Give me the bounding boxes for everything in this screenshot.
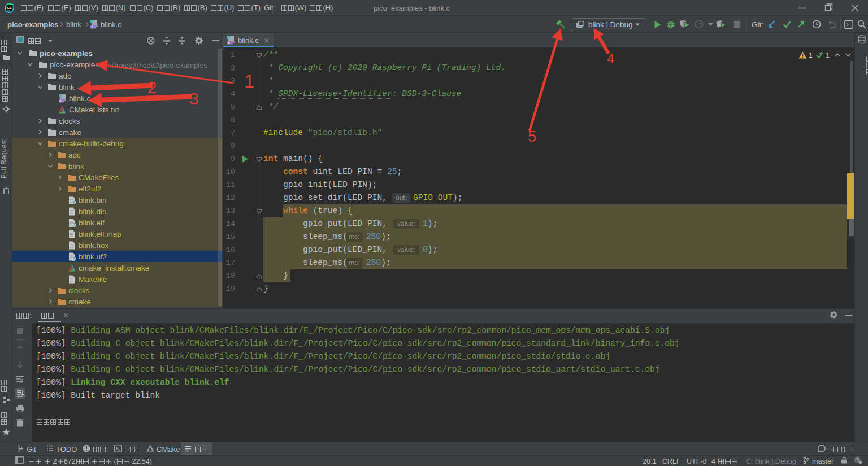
svg-text:?: ? bbox=[72, 222, 76, 227]
svg-text:?: ? bbox=[72, 256, 76, 261]
svg-text:c: c bbox=[228, 41, 230, 45]
svg-text:?: ? bbox=[72, 199, 76, 204]
svg-text:c: c bbox=[91, 25, 93, 29]
svg-text:CL: CL bbox=[7, 6, 12, 10]
svg-text:?: ? bbox=[856, 457, 859, 463]
svg-text:c: c bbox=[59, 99, 62, 103]
